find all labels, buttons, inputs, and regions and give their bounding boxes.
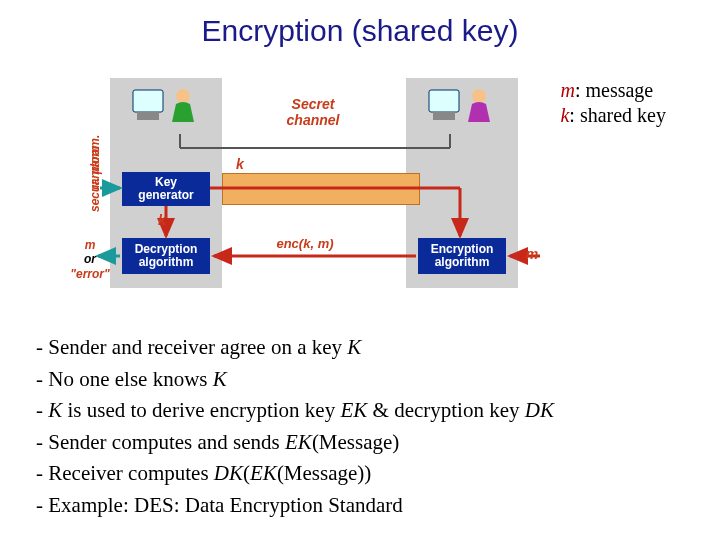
legend-k-desc: : shared key: [569, 104, 666, 126]
text: (Message): [312, 430, 399, 454]
legend-m-var: m: [560, 79, 574, 101]
plaintext-out-label: m or "error": [62, 238, 118, 281]
text: (: [243, 461, 250, 485]
list-item: - Sender computes and sends EK(Message): [36, 427, 554, 459]
list-item: - No one else knows K: [36, 364, 554, 396]
text: (Message)): [277, 461, 371, 485]
out-m: m: [85, 238, 96, 252]
list-item: - Example: DES: Data Encryption Standard: [36, 490, 554, 522]
text: is used to derive encryption key: [62, 398, 340, 422]
text: & decryption key: [367, 398, 524, 422]
legend-k: k: shared key: [560, 103, 666, 128]
out-or: or: [84, 252, 96, 266]
plaintext-in-label: m: [522, 246, 542, 262]
k-down-label: k: [152, 212, 172, 228]
text: EK: [340, 398, 367, 422]
text: - Receiver computes: [36, 461, 214, 485]
text: EK: [250, 461, 277, 485]
text: EK: [285, 430, 312, 454]
text: -: [36, 398, 48, 422]
text: - Example: DES: Data Encryption Standard: [36, 493, 403, 517]
text: DK: [525, 398, 554, 422]
legend-m: m: message: [560, 78, 666, 103]
page-title: Encryption (shared key): [0, 14, 720, 48]
text: K: [347, 335, 361, 359]
text: - No one else knows: [36, 367, 213, 391]
k-channel-label: k: [230, 156, 250, 172]
text: DK: [214, 461, 243, 485]
text: K: [48, 398, 62, 422]
list-item: - Receiver computes DK(EK(Message)): [36, 458, 554, 490]
random-param-label-b: secur. param.: [88, 182, 102, 212]
encryption-diagram: Secret channel Key generator Decryption …: [90, 78, 550, 288]
list-item: - Sender and receiver agree on a key K: [36, 332, 554, 364]
text: K: [213, 367, 227, 391]
ciphertext-label: enc(k, m): [260, 236, 350, 251]
legend: m: message k: shared key: [560, 78, 666, 128]
diagram-arrows: [90, 78, 550, 288]
explanation-list: - Sender and receiver agree on a key K -…: [36, 332, 554, 521]
list-item: - K is used to derive encryption key EK …: [36, 395, 554, 427]
text: - Sender and receiver agree on a key: [36, 335, 347, 359]
out-error: "error": [70, 267, 109, 281]
text: - Sender computes and sends: [36, 430, 285, 454]
legend-m-desc: : message: [575, 79, 653, 101]
